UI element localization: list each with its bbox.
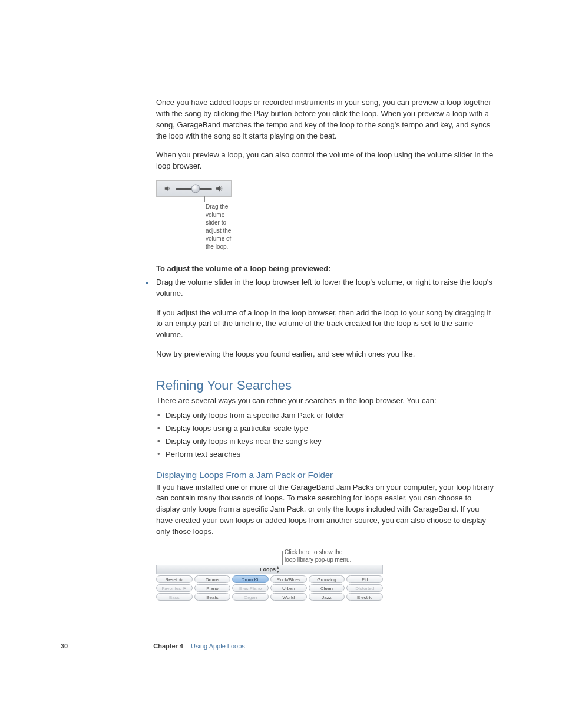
page-rule xyxy=(80,672,80,690)
page: Once you have added loops or recorded in… xyxy=(0,0,562,690)
figure-caption: Drag the volume slider to adjust the vol… xyxy=(206,197,232,251)
loop-browser-figure: Click here to show the loop library pop-… xyxy=(156,548,383,601)
speaker-high-icon xyxy=(216,185,224,193)
list-item: Display only loops from a specific Jam P… xyxy=(166,410,497,421)
volume-track[interactable] xyxy=(176,188,212,190)
chapter-title: Using Apple Loops xyxy=(191,643,245,650)
category-button[interactable]: Urban xyxy=(270,584,307,592)
body-paragraph: There are several ways you can refine yo… xyxy=(156,396,497,407)
body-paragraph: Now try previewing the loops you found e… xyxy=(156,349,497,360)
category-button[interactable]: Jazz xyxy=(309,593,345,601)
body-paragraph: When you preview a loop, you can also co… xyxy=(156,150,497,172)
category-button[interactable]: Fill xyxy=(346,575,383,583)
page-number: 30 xyxy=(61,643,68,650)
body-paragraph: Once you have added loops or recorded in… xyxy=(156,97,497,141)
page-footer: 30 Chapter 4 Using Apple Loops xyxy=(0,643,562,650)
list-item: Display only loops in keys near the song… xyxy=(166,436,497,447)
figure-annotation: Click here to show the loop library pop-… xyxy=(282,548,383,564)
subsection-heading: Displaying Loops From a Jam Pack or Fold… xyxy=(156,470,497,480)
body-paragraph: If you adjust the volume of a loop in th… xyxy=(156,308,497,341)
category-button[interactable]: Clean xyxy=(309,584,345,592)
category-button[interactable]: Rock/Blues xyxy=(270,575,307,583)
volume-slider-figure: Drag the volume slider to adjust the vol… xyxy=(156,180,232,251)
category-button[interactable]: Drums xyxy=(194,575,231,583)
category-button[interactable]: Beats xyxy=(194,593,231,601)
category-button[interactable]: Distorted xyxy=(346,584,383,592)
close-icon: ⊗ xyxy=(178,578,183,582)
refine-list: Display only loops from a specific Jam P… xyxy=(156,410,497,460)
task-heading: To adjust the volume of a loop being pre… xyxy=(156,263,497,275)
category-button[interactable]: Elec Piano xyxy=(232,584,269,592)
category-button[interactable]: Grooving xyxy=(309,575,345,583)
body-paragraph: If you have installed one or more of the… xyxy=(156,482,497,538)
category-button[interactable]: Electric xyxy=(346,593,383,601)
tag-icon: ⚑ xyxy=(182,587,187,591)
favorites-button[interactable]: Favorites⚑ xyxy=(156,584,193,592)
volume-knob[interactable] xyxy=(191,185,200,193)
chapter-label: Chapter 4 xyxy=(153,643,183,650)
category-button[interactable]: Drum Kit xyxy=(232,575,269,583)
category-button[interactable]: Organ xyxy=(232,593,269,601)
task-step: Drag the volume slider in the loop brows… xyxy=(156,277,497,299)
updown-arrows-icon: ▴▾ xyxy=(277,565,279,574)
list-item: Display loops using a particular scale t… xyxy=(166,423,497,434)
list-item: Perform text searches xyxy=(166,449,497,460)
speaker-low-icon xyxy=(164,185,172,193)
category-button[interactable]: Bass xyxy=(156,593,193,601)
volume-slider[interactable] xyxy=(156,180,232,197)
section-heading: Refining Your Searches xyxy=(156,378,497,393)
category-button[interactable]: World xyxy=(270,593,307,601)
category-button[interactable]: Piano xyxy=(194,584,231,592)
reset-button[interactable]: Reset⊗ xyxy=(156,575,193,583)
loops-popup-button[interactable]: Loops▴▾ xyxy=(156,565,383,574)
